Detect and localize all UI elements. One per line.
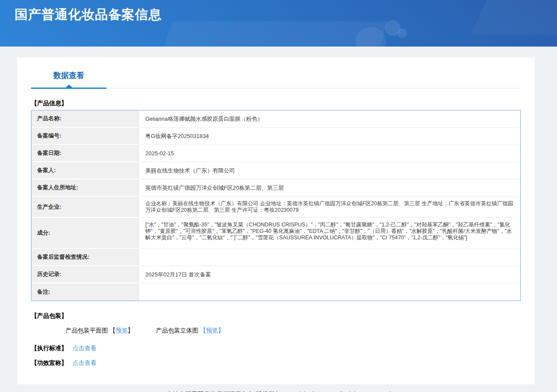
claims-label: 【功效宣称】 (31, 359, 67, 366)
row-value (139, 283, 520, 301)
table-row-manufacturer: 生产企业: 企业名称：美丽在线生物技术（广东）有限公司 企业地址：英德市英红镇广… (31, 197, 520, 218)
product-info-table: 产品名称: Gelianna格莲娜赋颜水感胶原蛋白面膜（粉色） 备案编号: 粤G… (31, 110, 521, 301)
row-value: ["水"，"甘油"，"聚氨酯-35"，"皱波角叉菜（CHONDRUS CRISP… (139, 218, 520, 249)
bracket-open: 【 (200, 327, 206, 334)
table-row-history: 历史记录: 2025年02月17日 首次备案 (31, 266, 520, 283)
row-label: 备案人住所地址: (31, 179, 139, 197)
standards-label: 【执行标准】 (31, 345, 67, 351)
row-value (139, 249, 520, 266)
header-decoration-polygon (471, 0, 557, 34)
page-header: 国产普通化妆品备案信息 (0, 0, 557, 47)
row-value: 企业名称：美丽在线生物技术（广东）有限公司 企业地址：英德市英红镇广德园万洋众创… (139, 197, 520, 218)
row-label: 产品名称: (31, 110, 139, 128)
row-value: 美丽在线生物技术（广东）有限公司 (139, 162, 520, 179)
tab-data-view-label: 数据查看 (53, 71, 84, 80)
bracket-close: 】 (218, 327, 224, 334)
flat-preview-link[interactable]: 预览 (116, 327, 128, 334)
table-row-ingredients: 成分: ["水"，"甘油"，"聚氨酯-35"，"皱波角叉菜（CHONDRUS C… (31, 218, 520, 249)
row-label: 备案日期: (31, 145, 139, 162)
row-value: Gelianna格莲娜赋颜水感胶原蛋白面膜（粉色） (139, 110, 520, 128)
row-label: 生产企业: (31, 197, 139, 218)
product-info-section-title: 【产品信息】 (31, 100, 521, 107)
row-label: 备注: (31, 283, 139, 301)
packaging-flat-group: 产品包装平面图 【预览】 (66, 327, 135, 334)
row-value: 2025年02月17日 首次备案 (139, 266, 520, 283)
table-row-supervision: 备案后监督检查情况: (31, 249, 520, 266)
tab-data-view[interactable]: 数据查看 (31, 70, 106, 88)
row-value: 英德市英红镇广德园万洋众创城F区20栋第二层、第三层 (139, 179, 520, 197)
row-label: 成分: (31, 218, 139, 249)
table-row-filing-date: 备案日期: 2025-02-15 (31, 145, 520, 162)
tab-caret-icon (66, 85, 72, 88)
claims-row: 【功效宣称】点击查看 (31, 359, 521, 367)
claims-view-link[interactable]: 点击查看 (72, 359, 97, 366)
table-row-remarks: 备注: (31, 283, 520, 301)
row-label: 备案人: (31, 162, 139, 179)
packaging-stereo-label: 产品包装立体图 (156, 327, 200, 334)
row-value: 2025-02-15 (139, 145, 520, 162)
header-decoration-polygon (156, 22, 388, 47)
content-card: 数据查看 【产品信息】 产品名称: Gelianna格莲娜赋颜水感胶原蛋白面膜（… (17, 57, 535, 384)
header-decoration-circle (397, 28, 407, 38)
packaging-section-title: 【产品包装】 (31, 312, 521, 320)
packaging-flat-label: 产品包装平面图 (66, 327, 108, 334)
row-label: 备案后监督检查情况: (31, 249, 139, 266)
packaging-links-row: 产品包装平面图 【预览】 产品包装立体图 【预览】 (66, 327, 521, 335)
standards-row: 【执行标准】点击查看 (31, 344, 521, 352)
standards-view-link[interactable]: 点击查看 (72, 345, 97, 351)
row-value: 粤G妆网备字2025031834 (139, 128, 520, 145)
stereo-preview-link[interactable]: 预览 (206, 327, 218, 334)
tab-active-indicator (31, 88, 106, 89)
bracket-open: 【 (110, 327, 116, 334)
table-row-registrant: 备案人: 美丽在线生物技术（广东）有限公司 (31, 162, 520, 179)
tab-bar: 数据查看 (31, 57, 521, 88)
table-row-product-name: 产品名称: Gelianna格莲娜赋颜水感胶原蛋白面膜（粉色） (31, 110, 520, 128)
footer-copyright-text: 本站由国家药品监督管理局主办 版权所有 Copyright © NMPA All… (166, 390, 391, 392)
bracket-close: 】 (128, 327, 134, 334)
page-title: 国产普通化妆品备案信息 (15, 6, 162, 24)
packaging-stereo-group: 产品包装立体图 【预览】 (156, 327, 224, 334)
table-row-registrant-address: 备案人住所地址: 英德市英红镇广德园万洋众创城F区20栋第二层、第三层 (31, 179, 520, 197)
table-row-filing-number: 备案编号: 粤G妆网备字2025031834 (31, 128, 520, 145)
page-footer: 本站由国家药品监督管理局主办 版权所有 Copyright © NMPA All… (0, 384, 557, 392)
row-label: 备案编号: (31, 128, 139, 145)
row-label: 历史记录: (31, 266, 139, 283)
